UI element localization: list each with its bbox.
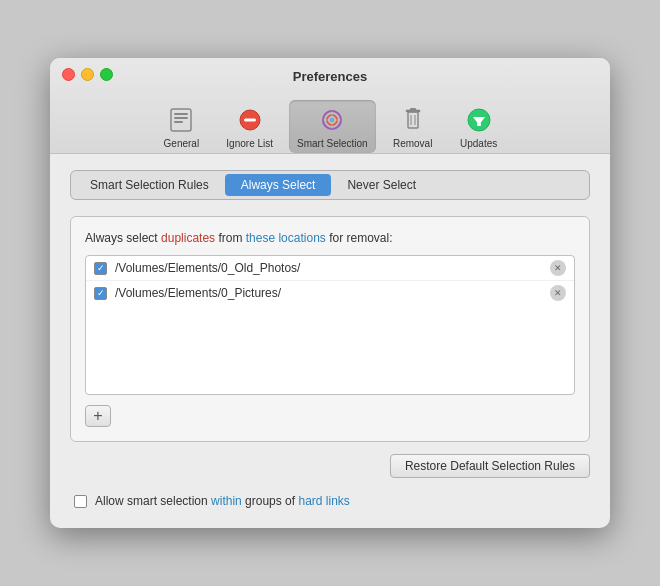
desc-from: from (218, 231, 245, 245)
footer-hardlinks: hard links (298, 494, 349, 508)
list-item: /Volumes/Elements/0_Pictures/ (86, 281, 574, 305)
add-location-button[interactable]: + (85, 405, 111, 427)
removal-icon (397, 104, 429, 136)
smart-selection-icon (316, 104, 348, 136)
svg-rect-18 (477, 123, 481, 126)
svg-rect-12 (408, 112, 418, 128)
restore-default-button[interactable]: Restore Default Selection Rules (390, 454, 590, 478)
footer-label: Allow smart selection within groups of h… (95, 494, 350, 508)
preferences-window: Preferences General (50, 58, 610, 528)
hard-links-checkbox[interactable] (74, 495, 87, 508)
ignore-list-icon (234, 104, 266, 136)
tab-never-select[interactable]: Never Select (331, 174, 432, 196)
desc-suffix: for removal: (329, 231, 392, 245)
tab-smart-selection-rules[interactable]: Smart Selection Rules (74, 174, 225, 196)
toolbar-item-general[interactable]: General (152, 100, 210, 153)
toolbar-item-ignore-list[interactable]: Ignore List (218, 100, 281, 153)
title-bar: Preferences General (50, 58, 610, 154)
desc-locations: these locations (246, 231, 326, 245)
svg-rect-1 (174, 113, 188, 115)
desc-prefix: Always select (85, 231, 161, 245)
main-panel: Always select duplicates from these loca… (70, 216, 590, 442)
remove-item-1-button[interactable] (550, 285, 566, 301)
updates-label: Updates (460, 138, 497, 149)
removal-label: Removal (393, 138, 432, 149)
svg-rect-2 (174, 117, 188, 119)
window-title: Preferences (62, 69, 598, 84)
toolbar-item-smart-selection[interactable]: Smart Selection (289, 100, 376, 153)
tab-always-select[interactable]: Always Select (225, 174, 332, 196)
svg-rect-3 (174, 121, 183, 123)
footer-within: within (211, 494, 242, 508)
toolbar-item-removal[interactable]: Removal (384, 100, 442, 153)
svg-rect-0 (171, 109, 191, 131)
toolbar-item-updates[interactable]: Updates (450, 100, 508, 153)
item-path-0: /Volumes/Elements/0_Old_Photos/ (115, 261, 550, 275)
content-area: Smart Selection Rules Always Select Neve… (50, 154, 610, 528)
list-item: /Volumes/Elements/0_Old_Photos/ (86, 256, 574, 281)
desc-duplicates: duplicates (161, 231, 215, 245)
svg-rect-5 (244, 119, 256, 122)
footer-groups: groups of (245, 494, 298, 508)
svg-rect-15 (410, 108, 416, 111)
footer-row: Allow smart selection within groups of h… (70, 494, 590, 508)
remove-item-0-button[interactable] (550, 260, 566, 276)
updates-icon (463, 104, 495, 136)
footer-prefix: Allow smart selection (95, 494, 211, 508)
toolbar: General Ignore List (152, 92, 507, 153)
smart-selection-label: Smart Selection (297, 138, 368, 149)
ignore-list-label: Ignore List (226, 138, 273, 149)
locations-list: /Volumes/Elements/0_Old_Photos/ /Volumes… (85, 255, 575, 395)
panel-description: Always select duplicates from these loca… (85, 231, 575, 245)
general-icon (165, 104, 197, 136)
restore-row: Restore Default Selection Rules (70, 454, 590, 478)
item-path-1: /Volumes/Elements/0_Pictures/ (115, 286, 550, 300)
item-checkbox-1[interactable] (94, 287, 107, 300)
general-label: General (164, 138, 200, 149)
item-checkbox-0[interactable] (94, 262, 107, 275)
tab-bar: Smart Selection Rules Always Select Neve… (70, 170, 590, 200)
